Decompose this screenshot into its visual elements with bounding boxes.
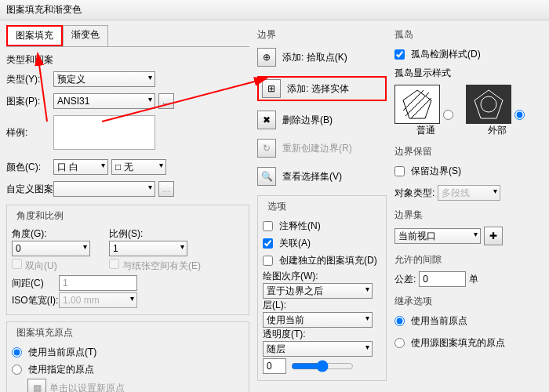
annot-label[interactable]: 注释性(N) xyxy=(263,218,381,234)
paper-checkbox-label: 与纸张空间有关(E) xyxy=(109,259,201,273)
inherit-cur-radio[interactable] xyxy=(394,316,405,326)
use-spec-radio[interactable] xyxy=(12,365,22,375)
inherit-src-radio[interactable] xyxy=(394,338,405,348)
section-inherit: 继承选项 xyxy=(394,295,528,308)
draworder-label: 绘图次序(W): xyxy=(263,270,381,283)
section-origin: 图案填充原点 xyxy=(13,326,76,339)
label-pattern: 图案(P): xyxy=(6,95,50,108)
use-spec-radio-label[interactable]: 使用指定的原点 xyxy=(12,361,244,377)
label-sample: 样例: xyxy=(6,126,50,140)
view-selection-button[interactable]: 🔍 xyxy=(257,167,276,186)
double-checkbox xyxy=(12,259,22,269)
tab-bar: 图案填充 渐变色 xyxy=(6,25,249,47)
tab-hatch[interactable]: 图案填充 xyxy=(6,25,63,46)
window-title: 图案填充和渐变色 xyxy=(0,0,549,20)
layer-select[interactable]: 使用当前 xyxy=(263,312,373,328)
assoc-label[interactable]: 关联(A) xyxy=(263,235,381,251)
indep-label[interactable]: 创建独立的图案填充(D) xyxy=(263,252,381,268)
label-scale: 比例(S): xyxy=(109,227,187,241)
recreate-label: 重新创建边界(R) xyxy=(282,142,352,155)
tab-gradient[interactable]: 渐变色 xyxy=(63,25,108,46)
label-color: 颜色(C): xyxy=(6,161,50,174)
remove-boundary-button[interactable]: ✖ xyxy=(257,111,276,129)
island-detect-checkbox[interactable] xyxy=(394,49,405,60)
label-spacing: 间距(C) xyxy=(12,277,56,290)
objtype-label: 对象类型: xyxy=(394,187,434,200)
island-style-label: 孤岛显示样式 xyxy=(394,67,528,80)
island-normal-preview[interactable] xyxy=(394,85,440,124)
iso-select: 1.00 mm xyxy=(59,292,137,308)
spacing-input xyxy=(59,275,137,291)
pattern-browse-button[interactable]: … xyxy=(158,93,174,109)
svg-marker-4 xyxy=(474,90,503,118)
gap-unit: 单 xyxy=(469,273,478,286)
paper-checkbox xyxy=(109,259,119,269)
section-bset: 边界集 xyxy=(394,209,528,222)
sample-swatch[interactable] xyxy=(53,115,155,150)
island-outer-preview[interactable] xyxy=(466,85,511,124)
double-checkbox-label: 双向(U) xyxy=(12,259,106,273)
label-type: 类型(Y): xyxy=(6,73,50,86)
assoc-checkbox[interactable] xyxy=(263,238,273,249)
view-selection-label: 查看选择集(V) xyxy=(282,170,342,183)
island-detect-label[interactable]: 孤岛检测样式(D) xyxy=(394,46,528,62)
pick-origin-button: ▦ xyxy=(27,379,46,392)
type-select[interactable]: 预定义 xyxy=(53,71,155,87)
annot-checkbox[interactable] xyxy=(263,221,273,231)
section-gap: 允许的间隙 xyxy=(394,253,528,267)
use-current-radio[interactable] xyxy=(12,347,22,358)
custom-browse-button: … xyxy=(158,181,174,197)
add-pick-label: 添加: 拾取点(K) xyxy=(282,51,347,64)
draworder-select[interactable]: 置于边界之后 xyxy=(263,283,373,299)
section-type: 类型和图案 xyxy=(6,53,249,67)
inherit-cur-label[interactable]: 使用当前原点 xyxy=(394,313,528,328)
island-normal-radio[interactable] xyxy=(443,110,453,120)
angle-select[interactable]: 0 xyxy=(12,241,90,256)
label-angle: 角度(G): xyxy=(12,227,106,241)
custom-select xyxy=(53,181,155,197)
label-custom: 自定义图案: xyxy=(6,183,50,196)
click-new-label: 单击以设置新原点 xyxy=(49,382,125,393)
bset-new-button[interactable]: ✚ xyxy=(484,227,503,245)
add-select-label: 添加: 选择实体 xyxy=(287,82,349,96)
section-boundary: 边界 xyxy=(257,28,387,42)
island-outer-radio[interactable] xyxy=(514,110,525,120)
color-select[interactable]: 口 白 xyxy=(53,159,108,175)
objtype-select: 多段线 xyxy=(438,185,500,201)
transparency-slider[interactable] xyxy=(291,360,354,372)
indep-checkbox[interactable] xyxy=(263,256,273,266)
label-iso: ISO笔宽(I): xyxy=(12,294,56,307)
gap-tol-label: 公差: xyxy=(394,273,416,286)
retain-checkbox[interactable] xyxy=(394,166,405,176)
bgcolor-select[interactable]: □ 无 xyxy=(111,159,166,175)
recreate-button: ↻ xyxy=(257,139,276,158)
transparency-select[interactable]: 随层 xyxy=(263,341,373,357)
gap-input[interactable] xyxy=(419,271,466,287)
transparency-value[interactable] xyxy=(263,358,286,374)
remove-boundary-label: 删除边界(B) xyxy=(282,114,333,127)
inherit-src-label[interactable]: 使用源图案填充的原点 xyxy=(394,335,528,350)
add-select-button[interactable]: ⊞ xyxy=(262,79,281,98)
retain-label[interactable]: 保留边界(S) xyxy=(394,163,528,179)
bset-select[interactable]: 当前视口 xyxy=(394,228,481,244)
pattern-select[interactable]: ANSI31 xyxy=(53,93,155,109)
scale-select[interactable]: 1 xyxy=(109,241,187,256)
section-retain: 边界保留 xyxy=(394,145,528,158)
section-options: 选项 xyxy=(264,200,289,213)
transparency-label: 透明度(T): xyxy=(263,328,381,341)
layer-label: 层(L): xyxy=(263,299,381,312)
use-current-radio-label[interactable]: 使用当前原点(T) xyxy=(12,344,244,360)
section-angle: 角度和比例 xyxy=(13,209,67,223)
add-pick-button[interactable]: ⊕ xyxy=(257,48,276,67)
section-island: 孤岛 xyxy=(394,28,528,42)
